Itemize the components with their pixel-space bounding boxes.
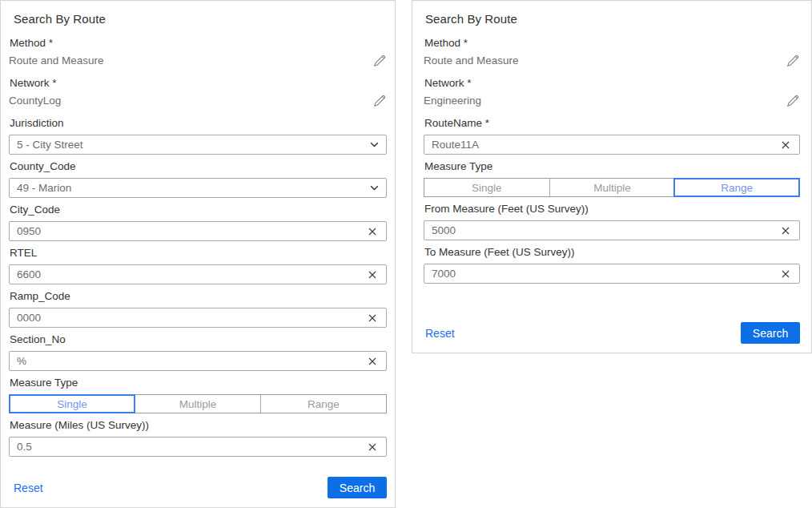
measure-type-segmented: Single Multiple Range (424, 178, 800, 197)
ramp-code-field-box (9, 308, 387, 328)
field-method: Method * Route and Measure (9, 37, 387, 67)
clear-icon[interactable] (366, 268, 379, 281)
field-label: Network * (10, 77, 387, 90)
field-label: Measure Type (424, 160, 800, 173)
reset-link[interactable]: Reset (14, 482, 43, 494)
segment-single[interactable]: Single (424, 179, 549, 196)
field-label: Ramp_Code (10, 290, 387, 303)
section-no-field-box (9, 351, 387, 371)
edit-icon[interactable] (786, 53, 800, 67)
to-measure-field-box (424, 264, 800, 284)
measure-input[interactable] (17, 441, 361, 453)
from-measure-input[interactable] (432, 224, 774, 236)
field-section-no: Section_No (9, 333, 387, 371)
route-name-field-box (424, 135, 800, 155)
measure-field-box (9, 437, 387, 457)
field-label: From Measure (Feet (US Survey)) (424, 203, 800, 216)
field-value: Route and Measure (9, 54, 104, 67)
panel-title: Search By Route (14, 12, 387, 26)
field-rtel: RTEL (9, 247, 387, 284)
field-network: Network * Engineering (424, 77, 800, 107)
field-label: To Measure (Feet (US Survey)) (424, 246, 800, 259)
field-label: RouteName * (424, 117, 800, 130)
chevron-down-icon (369, 183, 379, 193)
field-county-code: County_Code 49 - Marion (9, 160, 387, 198)
field-label: RTEL (10, 247, 387, 260)
field-label: City_Code (10, 204, 387, 216)
field-route-name: RouteName * (424, 117, 800, 155)
select-value: 5 - City Street (17, 139, 83, 151)
panel-title: Search By Route (425, 12, 800, 26)
field-to-measure: To Measure (Feet (US Survey)) (424, 246, 800, 284)
edit-icon[interactable] (372, 93, 387, 107)
segment-multiple[interactable]: Multiple (135, 395, 260, 413)
section-no-input[interactable] (17, 355, 361, 367)
field-measure-type: Measure Type Single Multiple Range (9, 377, 387, 413)
field-label: Method * (424, 37, 800, 50)
field-from-measure: From Measure (Feet (US Survey)) (424, 203, 800, 240)
panel-footer: Reset Search (9, 477, 387, 498)
clear-icon[interactable] (779, 224, 792, 237)
city-code-input[interactable] (17, 225, 361, 237)
segment-single[interactable]: Single (10, 395, 135, 413)
edit-icon[interactable] (372, 53, 387, 67)
field-measure-type: Measure Type Single Multiple Range (424, 160, 800, 197)
segment-multiple[interactable]: Multiple (549, 179, 675, 196)
field-ramp-code: Ramp_Code (9, 290, 387, 328)
field-value: CountyLog (9, 94, 61, 107)
panel-footer: Reset Search (424, 322, 800, 344)
select-value: 49 - Marion (17, 182, 71, 194)
clear-icon[interactable] (779, 268, 792, 280)
field-network: Network * CountyLog (9, 77, 387, 107)
reset-link[interactable]: Reset (425, 327, 455, 340)
segment-range[interactable]: Range (260, 395, 386, 413)
from-measure-field-box (424, 220, 800, 240)
search-button[interactable]: Search (741, 322, 800, 344)
field-city-code: City_Code (9, 204, 387, 241)
field-label: County_Code (10, 160, 387, 173)
field-label: Jurisdiction (10, 117, 387, 130)
field-label: Measure (Miles (US Survey)) (10, 419, 387, 432)
clear-icon[interactable] (366, 225, 379, 238)
field-label: Measure Type (10, 377, 387, 389)
city-code-field-box (9, 221, 387, 241)
jurisdiction-select[interactable]: 5 - City Street (9, 135, 387, 155)
route-name-input[interactable] (432, 139, 774, 151)
ramp-code-input[interactable] (17, 312, 361, 324)
clear-icon[interactable] (779, 139, 792, 151)
to-measure-input[interactable] (432, 268, 774, 280)
rtel-field-box (9, 264, 387, 284)
clear-icon[interactable] (366, 355, 379, 368)
field-jurisdiction: Jurisdiction 5 - City Street (9, 117, 387, 155)
field-label: Network * (424, 77, 800, 90)
field-value: Route and Measure (424, 54, 519, 67)
search-by-route-panel-right: Search By Route Method * Route and Measu… (412, 0, 812, 353)
field-measure: Measure (Miles (US Survey)) (9, 419, 387, 457)
clear-icon[interactable] (366, 312, 379, 325)
rtel-input[interactable] (17, 268, 361, 280)
measure-type-segmented: Single Multiple Range (9, 394, 387, 413)
county-code-select[interactable]: 49 - Marion (9, 178, 387, 198)
field-label: Section_No (10, 333, 387, 346)
search-by-route-panel-left: Search By Route Method * Route and Measu… (0, 0, 396, 508)
search-button[interactable]: Search (328, 477, 387, 498)
field-method: Method * Route and Measure (424, 37, 800, 67)
field-label: Method * (10, 37, 387, 50)
chevron-down-icon (369, 140, 379, 150)
edit-icon[interactable] (786, 93, 800, 107)
field-value: Engineering (424, 94, 481, 107)
clear-icon[interactable] (366, 441, 379, 454)
segment-range[interactable]: Range (674, 179, 799, 196)
